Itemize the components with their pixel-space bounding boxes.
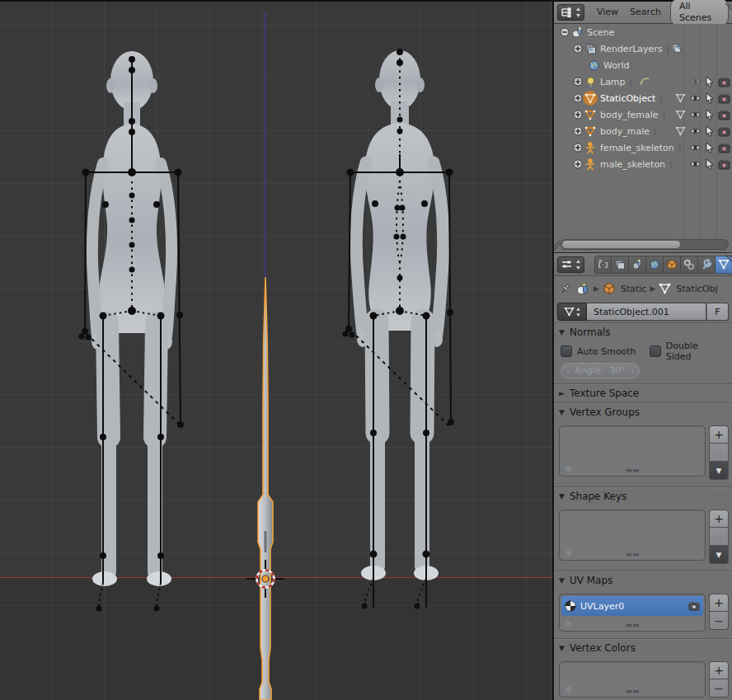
- menu-view[interactable]: View: [591, 2, 624, 22]
- outliner-row-lamp[interactable]: Lamp |: [554, 73, 732, 90]
- selectable-cursor-icon[interactable]: [705, 92, 715, 104]
- hide-eye-icon[interactable]: [689, 126, 702, 136]
- list-add-icon[interactable]: ⊕: [565, 465, 572, 473]
- mesh-data-breadcrumb-icon[interactable]: [659, 283, 671, 294]
- expand-icon[interactable]: [572, 92, 584, 104]
- outliner-editor-type-button[interactable]: [557, 4, 584, 21]
- body-female-object[interactable]: [49, 43, 214, 620]
- list-resize-grip[interactable]: ▬▬: [625, 466, 639, 474]
- vertex-color-add-button[interactable]: +: [709, 661, 729, 679]
- body-male-object[interactable]: [317, 39, 482, 616]
- hide-eye-icon[interactable]: [689, 143, 702, 153]
- tab-world[interactable]: [646, 256, 664, 274]
- outliner-item-label[interactable]: Lamp: [600, 77, 626, 87]
- scrollbar-thumb[interactable]: [562, 241, 680, 248]
- panel-drag-grip[interactable]: ::::: [715, 577, 727, 585]
- panel-drag-grip[interactable]: ::::: [715, 390, 727, 397]
- expand-icon[interactable]: [572, 158, 584, 170]
- auto-smooth-option[interactable]: Auto Smooth: [554, 341, 643, 361]
- vertex-groups-list[interactable]: ⊕ ▬▬: [559, 425, 706, 477]
- panel-header-vertex-colors[interactable]: ▼ Vertex Colors ::::: [554, 639, 732, 657]
- outliner-row-male-skeleton[interactable]: male_skeleton |: [554, 156, 732, 172]
- panel-drag-grip[interactable]: ::::: [715, 493, 727, 500]
- outliner-row-body-female[interactable]: body_female |: [554, 106, 732, 123]
- panel-header-texture-space[interactable]: ► Texture Space ::::: [554, 384, 732, 402]
- object-cube-icon[interactable]: [603, 282, 616, 295]
- vertex-group-add-button[interactable]: +: [709, 425, 729, 444]
- mesh-data-icon[interactable]: [675, 93, 686, 103]
- corner-grip-icon[interactable]: [554, 240, 564, 250]
- menu-search[interactable]: Search: [624, 2, 667, 22]
- driver-arrow-icon[interactable]: [638, 76, 651, 87]
- panel-drag-grip[interactable]: ::::: [715, 645, 727, 652]
- outliner-item-label[interactable]: StaticObject: [600, 93, 655, 104]
- vertex-group-remove-button[interactable]: −: [709, 444, 729, 462]
- expand-icon[interactable]: [572, 125, 584, 137]
- panel-header-normals[interactable]: ▼ Normals ::::: [554, 323, 732, 341]
- renderlayer-data-icon[interactable]: [671, 43, 683, 54]
- double-sided-option[interactable]: Double Sided: [643, 341, 732, 361]
- render-restrict-camera-icon[interactable]: [718, 126, 730, 137]
- list-resize-grip[interactable]: ▬▬: [625, 621, 639, 629]
- corner-grip-icon[interactable]: [722, 3, 732, 13]
- uv-map-remove-button[interactable]: −: [709, 612, 729, 630]
- expand-icon[interactable]: [572, 43, 584, 54]
- list-add-icon[interactable]: ⊕: [565, 620, 572, 628]
- camera-render-icon[interactable]: [688, 601, 700, 611]
- selectable-cursor-icon[interactable]: [705, 142, 715, 153]
- selectable-cursor-icon[interactable]: [705, 125, 715, 137]
- list-add-icon[interactable]: ⊕: [565, 549, 572, 557]
- shape-key-remove-button[interactable]: −: [709, 528, 729, 546]
- auto-smooth-checkbox[interactable]: [561, 345, 572, 357]
- double-sided-checkbox[interactable]: [650, 345, 661, 357]
- breadcrumb-object-name[interactable]: Static: [621, 284, 646, 294]
- collapse-icon[interactable]: [559, 26, 570, 38]
- outliner-row-female-skeleton[interactable]: female_skeleton |: [554, 139, 732, 156]
- render-restrict-camera-icon[interactable]: [718, 110, 730, 120]
- tab-scene[interactable]: [629, 256, 646, 274]
- selectable-cursor-icon[interactable]: [705, 109, 715, 120]
- tab-render-layers[interactable]: [612, 256, 629, 274]
- outliner-row-scene[interactable]: Scene: [554, 24, 732, 40]
- mesh-name-input[interactable]: StaticObject.001: [587, 303, 706, 321]
- outliner-item-label[interactable]: body_female: [600, 110, 659, 120]
- outliner-item-label[interactable]: male_skeleton: [600, 159, 665, 170]
- cursor-3d[interactable]: [245, 558, 286, 599]
- outliner-row-body-male[interactable]: body_male |: [554, 123, 732, 139]
- tab-object[interactable]: [664, 256, 681, 274]
- tab-constraints[interactable]: [681, 256, 698, 274]
- viewport-3d[interactable]: [0, 2, 552, 700]
- render-restrict-camera-icon[interactable]: [718, 77, 730, 87]
- expand-icon[interactable]: [572, 76, 584, 87]
- hide-eye-icon[interactable]: [689, 93, 702, 103]
- slider-left-arrow-icon[interactable]: ‹: [566, 367, 570, 375]
- outliner-row-renderlayers[interactable]: RenderLayers |: [554, 40, 732, 57]
- uv-layer-name[interactable]: UVLayer0: [580, 601, 688, 612]
- smooth-angle-slider[interactable]: ‹ Angle: 30° ›: [561, 363, 640, 378]
- datablock-icon[interactable]: [575, 282, 590, 296]
- breadcrumb-data-name[interactable]: StaticObj: [676, 284, 717, 294]
- render-restrict-camera-icon[interactable]: [718, 143, 730, 153]
- render-restrict-camera-icon[interactable]: [718, 159, 730, 170]
- outliner-row-staticobject[interactable]: StaticObject |: [554, 90, 732, 106]
- panel-drag-grip[interactable]: ::::: [715, 329, 727, 336]
- corner-grip-icon[interactable]: [722, 255, 732, 265]
- hide-eye-icon[interactable]: [689, 77, 702, 87]
- vertex-colors-list[interactable]: ⊕ ▬▬: [559, 661, 706, 698]
- list-add-icon[interactable]: ⊕: [565, 686, 572, 694]
- shape-key-specials-menu-button[interactable]: ▼: [709, 546, 729, 564]
- outliner-row-world[interactable]: World: [554, 57, 732, 73]
- list-resize-grip[interactable]: ▬▬: [625, 550, 639, 558]
- panel-header-uv-maps[interactable]: ▼ UV Maps ::::: [554, 571, 732, 590]
- browse-mesh-data-button[interactable]: [557, 303, 587, 321]
- selectable-cursor-icon[interactable]: [705, 158, 715, 170]
- selectable-cursor-icon[interactable]: [705, 76, 715, 87]
- outliner-item-label[interactable]: World: [603, 60, 630, 71]
- tab-modifiers[interactable]: [698, 256, 716, 274]
- panel-header-vertex-groups[interactable]: ▼ Vertex Groups ::::: [554, 403, 732, 421]
- expand-icon[interactable]: [572, 142, 584, 153]
- outliner-item-label[interactable]: body_male: [600, 126, 650, 137]
- panel-header-shape-keys[interactable]: ▼ Shape Keys ::::: [554, 487, 732, 505]
- pin-icon[interactable]: [559, 282, 572, 295]
- vertex-color-remove-button[interactable]: −: [709, 679, 729, 698]
